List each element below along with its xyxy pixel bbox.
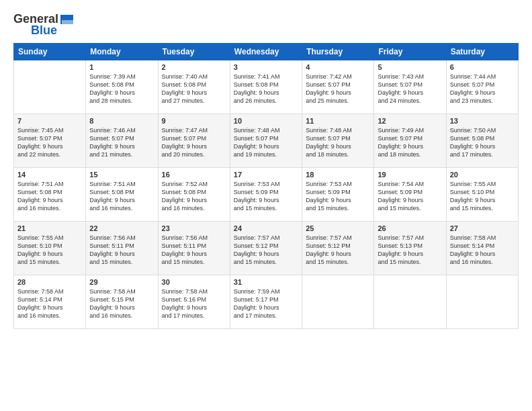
- day-info: Sunrise: 7:45 AMSunset: 5:07 PMDaylight:…: [17, 126, 82, 159]
- calendar-cell: 8Sunrise: 7:46 AMSunset: 5:07 PMDaylight…: [86, 114, 158, 168]
- logo-flag-icon: [60, 13, 75, 26]
- day-info: Sunrise: 7:48 AMSunset: 5:07 PMDaylight:…: [306, 126, 370, 159]
- day-info: Sunrise: 7:57 AMSunset: 5:12 PMDaylight:…: [234, 234, 298, 267]
- calendar-cell: 31Sunrise: 7:59 AMSunset: 5:17 PMDayligh…: [230, 275, 302, 329]
- day-info: Sunrise: 7:48 AMSunset: 5:07 PMDaylight:…: [234, 126, 298, 159]
- day-number: 1: [89, 63, 154, 71]
- calendar-cell: 24Sunrise: 7:57 AMSunset: 5:12 PMDayligh…: [230, 222, 302, 275]
- day-info: Sunrise: 7:50 AMSunset: 5:08 PMDaylight:…: [450, 126, 515, 159]
- day-number: 14: [17, 171, 82, 179]
- calendar-cell: 17Sunrise: 7:53 AMSunset: 5:09 PMDayligh…: [230, 168, 302, 222]
- day-info: Sunrise: 7:58 AMSunset: 5:16 PMDaylight:…: [162, 287, 226, 320]
- day-info: Sunrise: 7:58 AMSunset: 5:14 PMDaylight:…: [17, 287, 82, 320]
- day-number: 7: [17, 117, 82, 125]
- calendar-cell: 14Sunrise: 7:51 AMSunset: 5:08 PMDayligh…: [14, 168, 86, 222]
- day-number: 31: [234, 278, 298, 286]
- day-info: Sunrise: 7:53 AMSunset: 5:09 PMDaylight:…: [234, 180, 298, 213]
- calendar-cell: 2Sunrise: 7:40 AMSunset: 5:08 PMDaylight…: [158, 60, 230, 114]
- day-info: Sunrise: 7:54 AMSunset: 5:09 PMDaylight:…: [378, 180, 442, 213]
- weekday-header-tuesday: Tuesday: [158, 44, 230, 60]
- day-number: 8: [89, 117, 154, 125]
- calendar-cell: [446, 275, 518, 329]
- calendar-cell: 27Sunrise: 7:58 AMSunset: 5:14 PMDayligh…: [446, 222, 518, 275]
- weekday-header-saturday: Saturday: [446, 44, 518, 60]
- day-info: Sunrise: 7:41 AMSunset: 5:08 PMDaylight:…: [234, 73, 298, 105]
- calendar-cell: [302, 275, 374, 329]
- page: General Blue SundayMondayTuesdayWednesda…: [0, 0, 532, 411]
- svg-marker-0: [61, 15, 73, 20]
- day-number: 25: [306, 224, 370, 232]
- week-row-3: 14Sunrise: 7:51 AMSunset: 5:08 PMDayligh…: [14, 168, 519, 222]
- day-number: 29: [89, 278, 154, 286]
- day-number: 15: [89, 171, 154, 179]
- day-number: 12: [378, 117, 442, 125]
- weekday-header-thursday: Thursday: [302, 44, 374, 60]
- day-number: 4: [306, 63, 370, 71]
- weekday-header-sunday: Sunday: [14, 44, 86, 60]
- day-info: Sunrise: 7:57 AMSunset: 5:13 PMDaylight:…: [378, 234, 442, 267]
- calendar-cell: 18Sunrise: 7:53 AMSunset: 5:09 PMDayligh…: [302, 168, 374, 222]
- week-row-4: 21Sunrise: 7:55 AMSunset: 5:10 PMDayligh…: [14, 222, 519, 275]
- calendar-cell: 3Sunrise: 7:41 AMSunset: 5:08 PMDaylight…: [230, 60, 302, 114]
- day-number: 20: [450, 171, 515, 179]
- day-number: 19: [378, 171, 442, 179]
- day-number: 11: [306, 117, 370, 125]
- calendar-cell: 29Sunrise: 7:58 AMSunset: 5:15 PMDayligh…: [86, 275, 158, 329]
- calendar-cell: 6Sunrise: 7:44 AMSunset: 5:07 PMDaylight…: [446, 60, 518, 114]
- week-row-5: 28Sunrise: 7:58 AMSunset: 5:14 PMDayligh…: [14, 275, 519, 329]
- day-info: Sunrise: 7:55 AMSunset: 5:10 PMDaylight:…: [17, 234, 82, 267]
- calendar-cell: 25Sunrise: 7:57 AMSunset: 5:12 PMDayligh…: [302, 222, 374, 275]
- day-number: 16: [162, 171, 226, 179]
- calendar-cell: 12Sunrise: 7:49 AMSunset: 5:07 PMDayligh…: [374, 114, 446, 168]
- calendar-cell: 9Sunrise: 7:47 AMSunset: 5:07 PMDaylight…: [158, 114, 230, 168]
- day-info: Sunrise: 7:40 AMSunset: 5:08 PMDaylight:…: [162, 73, 226, 105]
- day-info: Sunrise: 7:51 AMSunset: 5:08 PMDaylight:…: [17, 180, 82, 213]
- day-info: Sunrise: 7:44 AMSunset: 5:07 PMDaylight:…: [450, 73, 515, 105]
- day-info: Sunrise: 7:53 AMSunset: 5:09 PMDaylight:…: [306, 180, 370, 213]
- day-number: 22: [89, 224, 154, 232]
- calendar-cell: 28Sunrise: 7:58 AMSunset: 5:14 PMDayligh…: [14, 275, 86, 329]
- calendar-cell: 16Sunrise: 7:52 AMSunset: 5:08 PMDayligh…: [158, 168, 230, 222]
- day-number: 21: [17, 224, 82, 232]
- week-row-2: 7Sunrise: 7:45 AMSunset: 5:07 PMDaylight…: [14, 114, 519, 168]
- calendar-cell: 21Sunrise: 7:55 AMSunset: 5:10 PMDayligh…: [14, 222, 86, 275]
- calendar-cell: 13Sunrise: 7:50 AMSunset: 5:08 PMDayligh…: [446, 114, 518, 168]
- day-info: Sunrise: 7:49 AMSunset: 5:07 PMDaylight:…: [378, 126, 442, 159]
- weekday-header-friday: Friday: [374, 44, 446, 60]
- day-number: 17: [234, 171, 298, 179]
- day-info: Sunrise: 7:59 AMSunset: 5:17 PMDaylight:…: [234, 287, 298, 320]
- day-info: Sunrise: 7:43 AMSunset: 5:07 PMDaylight:…: [378, 73, 442, 105]
- day-number: 18: [306, 171, 370, 179]
- calendar-cell: [14, 60, 86, 114]
- calendar-cell: 19Sunrise: 7:54 AMSunset: 5:09 PMDayligh…: [374, 168, 446, 222]
- calendar-cell: 1Sunrise: 7:39 AMSunset: 5:08 PMDaylight…: [86, 60, 158, 114]
- day-number: 13: [450, 117, 515, 125]
- day-number: 2: [162, 63, 226, 71]
- day-number: 10: [234, 117, 298, 125]
- day-number: 9: [162, 117, 226, 125]
- day-number: 6: [450, 63, 515, 71]
- header: General Blue: [13, 12, 519, 38]
- calendar-cell: 20Sunrise: 7:55 AMSunset: 5:10 PMDayligh…: [446, 168, 518, 222]
- week-row-1: 1Sunrise: 7:39 AMSunset: 5:08 PMDaylight…: [14, 60, 519, 114]
- day-number: 30: [162, 278, 226, 286]
- svg-marker-1: [61, 20, 73, 24]
- day-info: Sunrise: 7:46 AMSunset: 5:07 PMDaylight:…: [89, 126, 154, 159]
- weekday-header-wednesday: Wednesday: [230, 44, 302, 60]
- logo: General Blue: [13, 12, 75, 38]
- calendar-table: SundayMondayTuesdayWednesdayThursdayFrid…: [13, 43, 519, 329]
- day-info: Sunrise: 7:58 AMSunset: 5:15 PMDaylight:…: [89, 287, 154, 320]
- calendar-cell: 4Sunrise: 7:42 AMSunset: 5:07 PMDaylight…: [302, 60, 374, 114]
- calendar-cell: 15Sunrise: 7:51 AMSunset: 5:08 PMDayligh…: [86, 168, 158, 222]
- day-info: Sunrise: 7:57 AMSunset: 5:12 PMDaylight:…: [306, 234, 370, 267]
- calendar-cell: 11Sunrise: 7:48 AMSunset: 5:07 PMDayligh…: [302, 114, 374, 168]
- calendar-cell: 22Sunrise: 7:56 AMSunset: 5:11 PMDayligh…: [86, 222, 158, 275]
- calendar-cell: 7Sunrise: 7:45 AMSunset: 5:07 PMDaylight…: [14, 114, 86, 168]
- calendar-cell: 26Sunrise: 7:57 AMSunset: 5:13 PMDayligh…: [374, 222, 446, 275]
- logo-blue: Blue: [31, 24, 57, 38]
- weekday-header-row: SundayMondayTuesdayWednesdayThursdayFrid…: [14, 44, 519, 60]
- day-number: 28: [17, 278, 82, 286]
- weekday-header-monday: Monday: [86, 44, 158, 60]
- calendar-cell: 10Sunrise: 7:48 AMSunset: 5:07 PMDayligh…: [230, 114, 302, 168]
- calendar-cell: [374, 275, 446, 329]
